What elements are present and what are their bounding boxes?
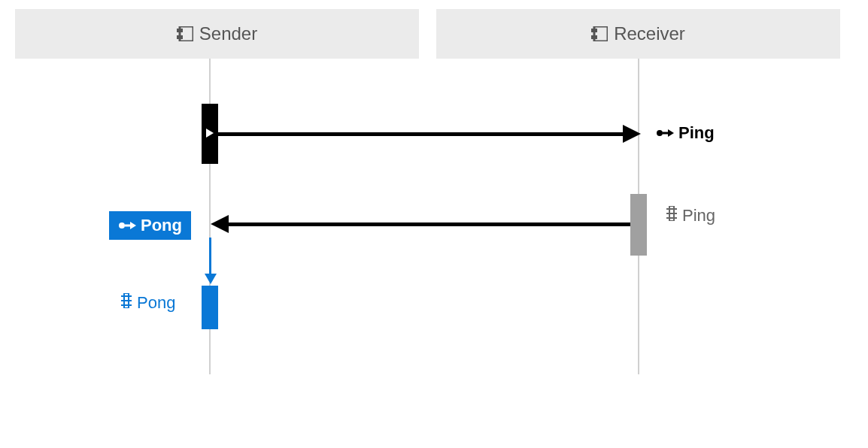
component-icon <box>591 26 608 41</box>
lifeline-label: Receiver <box>614 23 685 44</box>
message-label-ping-recv: Ping <box>666 206 715 226</box>
svg-rect-13 <box>125 225 131 227</box>
sequence-diagram: Sender Receiver <box>0 0 868 448</box>
message-arrow-ping <box>218 132 624 136</box>
message-label-pong-recv: Pong <box>120 293 175 313</box>
message-text: Pong <box>141 216 182 235</box>
message-text: Ping <box>678 123 715 143</box>
message-icon <box>118 216 136 235</box>
self-arrow <box>209 238 211 278</box>
message-label-ping-send: Ping <box>656 123 715 143</box>
stack-icon <box>666 206 678 226</box>
message-text: Pong <box>137 293 175 313</box>
svg-rect-5 <box>591 35 597 39</box>
svg-rect-7 <box>663 132 669 135</box>
component-icon <box>177 26 193 41</box>
lifeline-header-receiver: Receiver <box>436 9 840 59</box>
arrow-head-icon <box>623 125 641 146</box>
activation-sender-send <box>202 104 218 164</box>
svg-point-12 <box>119 222 125 229</box>
play-icon <box>206 127 214 141</box>
svg-rect-4 <box>591 29 597 32</box>
message-label-pong-send: Pong <box>109 211 191 240</box>
svg-rect-1 <box>177 29 183 32</box>
message-icon <box>656 123 674 143</box>
svg-rect-2 <box>177 35 183 39</box>
activation-sender-recv <box>202 286 218 329</box>
stack-icon <box>120 293 132 313</box>
svg-point-6 <box>657 130 663 136</box>
message-arrow-pong <box>227 222 630 226</box>
lifeline-label: Sender <box>199 23 257 44</box>
lifeline-header-sender: Sender <box>15 9 419 59</box>
activation-receiver <box>630 194 647 256</box>
arrow-head-icon <box>211 215 229 236</box>
message-text: Ping <box>682 206 715 226</box>
